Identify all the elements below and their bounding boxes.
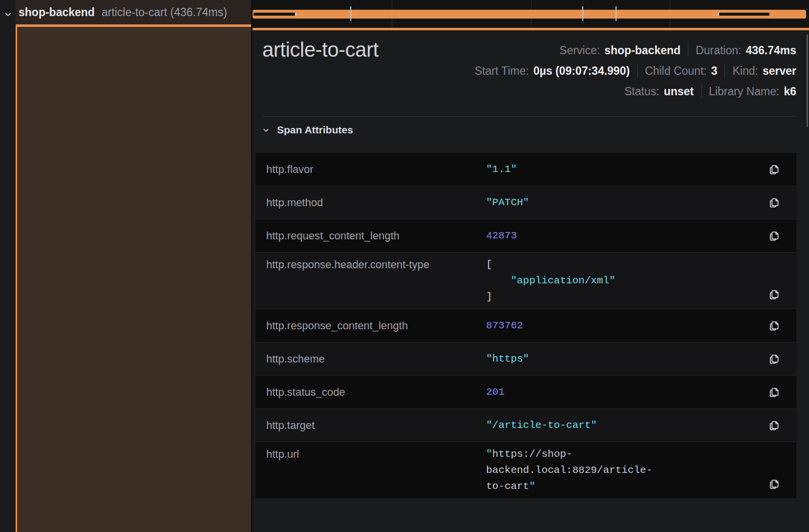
attribute-value-line: ] [486,289,768,305]
span-attributes-table: http.flavor "1.1" http.method "PATCH" [255,153,796,499]
meta-label: Child Count: [645,64,707,78]
header-divider [262,116,796,117]
copy-button[interactable] [768,196,781,209]
meta-line: Status: unset Library Name: k6 [475,81,796,102]
attribute-value-line: [ [486,256,768,273]
attribute-value-line: backend.local:8829/article- [486,462,768,478]
span-title: article-to-cart [262,37,380,63]
scrollbar-thumb[interactable] [807,34,808,127]
attribute-value-line: "https" [486,351,768,367]
copy-button[interactable] [768,288,781,301]
selected-span-region[interactable] [16,27,251,532]
attribute-value: "1.1" [486,161,768,177]
copy-icon [768,353,781,365]
copy-icon [768,386,781,399]
span-name-label: article-to-cart (436.74ms) [102,6,227,19]
attribute-key: http.response.header.content-type [266,256,486,273]
attribute-key: http.status_code [266,384,486,400]
attribute-value-line: "application/xml" [486,273,768,289]
minimap-marker-tick [350,6,351,21]
attribute-value: 873762 [486,318,768,334]
meta-item: Status: unset [624,85,694,98]
meta-value: k6 [784,85,796,98]
copy-button[interactable] [768,230,781,242]
attribute-value-line: 201 [486,384,768,400]
meta-label: Status: [624,85,660,98]
attribute-value-line: 873762 [486,318,768,334]
meta-divider [701,85,702,98]
attribute-value: "https://shop-backend.local:8829/article… [486,446,768,494]
copy-icon [768,319,781,332]
service-name: shop-backend [19,6,95,19]
attribute-key: http.flavor [266,161,486,177]
attribute-value-line: to-cart" [486,478,768,494]
meta-divider [724,64,725,77]
minimap-child-inset [254,13,297,16]
span-meta: Service: shop-backend Duration: 436.74ms… [475,40,796,102]
attribute-row: http.target "/article-to-cart" [255,409,796,442]
meta-value: shop-backend [604,44,681,57]
meta-item: Duration: 436.74ms [696,44,796,57]
meta-item: Child Count: 3 [645,64,717,78]
copy-button[interactable] [768,478,781,490]
copy-icon [768,478,781,490]
attribute-row: http.scheme "https" [255,342,796,376]
meta-value: 3 [711,64,718,78]
attribute-key: http.method [266,194,486,211]
meta-value: 0µs (09:07:34.990) [533,64,630,78]
attribute-row: http.url "https://shop-backend.local:882… [255,442,796,499]
meta-item: Library Name: k6 [709,85,796,98]
meta-line: Start Time: 0µs (09:07:34.990) Child Cou… [475,61,796,81]
attribute-value: 201 [486,384,768,400]
attribute-key: http.request_content_length [266,228,486,244]
attribute-value: "PATCH" [486,194,768,211]
attribute-row: http.method "PATCH" [255,186,796,219]
span-attributes-section-header[interactable]: Span Attributes [262,124,353,136]
attribute-key: http.url [266,446,486,462]
copy-icon [768,196,781,209]
timeline-minimap[interactable] [253,0,809,28]
copy-button[interactable] [768,386,781,399]
selected-span-row-header[interactable]: shop-backend article-to-cart (436.74ms) [16,0,251,24]
attribute-key: http.target [266,417,486,433]
meta-label: Library Name: [709,85,779,98]
minimap-marker-tick [582,6,583,21]
minimap-child-inset [718,13,769,16]
chevron-down-icon [262,127,270,134]
span-detail-panel: article-to-cart Service: shop-backend Du… [253,28,809,532]
attribute-row: http.response_content_length 873762 [255,309,796,342]
meta-label: Start Time: [475,64,529,78]
copy-button[interactable] [768,163,781,176]
meta-label: Service: [559,44,600,57]
meta-value: 436.74ms [745,44,796,57]
copy-button[interactable] [768,319,781,332]
copy-icon [768,230,781,242]
attribute-value: 42873 [486,228,768,244]
meta-item: Service: shop-backend [559,44,681,57]
attribute-row: http.request_content_length 42873 [255,219,796,253]
chevron-down-icon[interactable] [4,10,12,21]
attribute-row: http.flavor "1.1" [255,153,796,186]
attribute-value-line: "https://shop- [486,446,768,462]
attribute-row: http.response.header.content-type [ "app… [255,253,796,309]
meta-divider [688,44,688,57]
meta-label: Kind: [732,64,758,78]
span-tree-gutter [0,0,16,532]
attribute-row: http.status_code 201 [255,376,796,409]
meta-item: Start Time: 0µs (09:07:34.990) [475,64,630,78]
meta-line: Service: shop-backend Duration: 436.74ms [475,40,796,61]
copy-button[interactable] [768,419,781,432]
attribute-value-line: "PATCH" [486,194,768,211]
meta-value: server [763,64,796,78]
minimap-span-bar[interactable] [253,10,806,19]
attribute-value-line: "1.1" [486,161,768,177]
copy-button[interactable] [768,353,781,365]
meta-divider [637,64,638,77]
attribute-value-line: "/article-to-cart" [486,417,768,433]
attribute-value: "/article-to-cart" [486,417,768,433]
attribute-value-line: 42873 [486,228,768,244]
section-title: Span Attributes [277,124,353,136]
copy-icon [768,288,781,301]
minimap-marker-tick [616,6,617,21]
trace-view-screen: shop-backend article-to-cart (436.74ms) … [0,0,809,532]
